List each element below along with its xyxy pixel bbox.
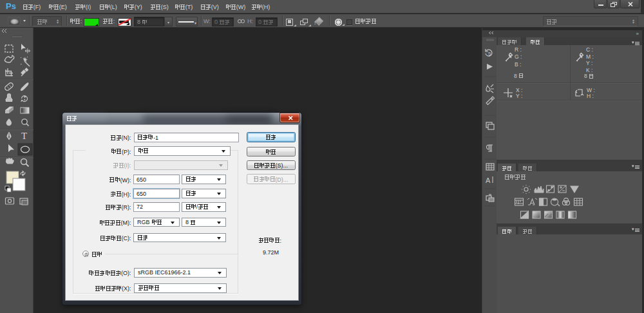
svg-text:T: T	[21, 131, 27, 141]
svg-text:5: 5	[488, 51, 491, 57]
svg-text:A: A	[486, 176, 491, 184]
